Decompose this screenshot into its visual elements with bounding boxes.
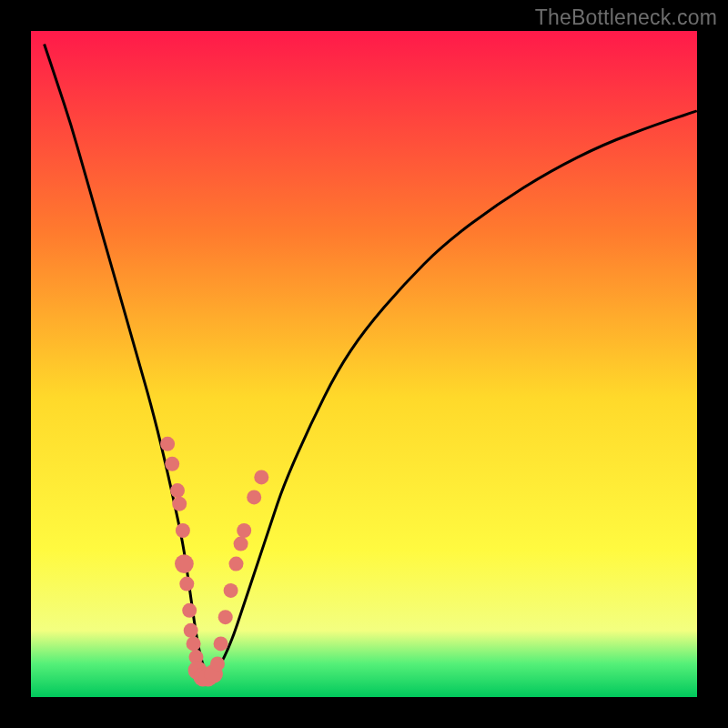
data-marker (210, 656, 225, 671)
data-marker (182, 603, 197, 618)
data-marker (214, 636, 228, 651)
data-marker (187, 636, 201, 651)
plot-area (31, 31, 697, 697)
data-marker (172, 497, 187, 511)
data-marker (176, 523, 190, 538)
v-curve (31, 31, 697, 697)
data-marker (229, 557, 244, 571)
data-markers (160, 437, 268, 687)
chart-frame: TheBottleneck.com (0, 0, 728, 728)
data-marker (165, 457, 179, 471)
data-marker (170, 483, 185, 498)
data-marker (175, 554, 194, 573)
data-marker (160, 437, 175, 451)
data-marker (224, 583, 238, 598)
data-marker (218, 610, 233, 624)
data-marker (184, 623, 198, 638)
watermark-text: TheBottleneck.com (535, 5, 717, 30)
data-marker (237, 523, 251, 538)
v-curve-path (45, 45, 697, 676)
data-marker (234, 537, 248, 551)
data-marker (179, 577, 194, 592)
data-marker (247, 490, 261, 504)
data-marker (254, 470, 268, 484)
